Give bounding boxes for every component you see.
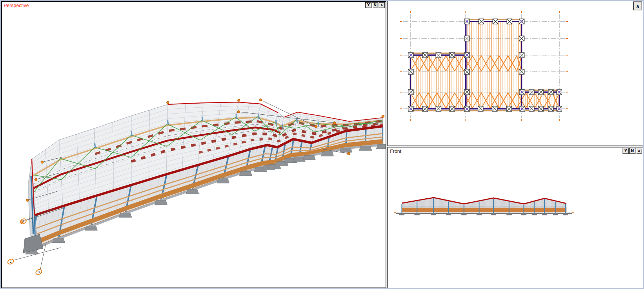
perspective-3d-model[interactable]: 21A — [2, 2, 386, 288]
viewport-front[interactable]: Front Y N ∧ — [387, 147, 643, 288]
viewport-title-perspective: Perspective — [4, 3, 29, 8]
axis-balloon-label: 1 — [10, 260, 11, 263]
axis-balloon-label: A — [37, 270, 40, 274]
viewport-perspective[interactable]: Perspective Y N ∧ 21A — [1, 1, 386, 288]
axis-balloon-label: 2 — [22, 219, 24, 223]
front-view-n-button[interactable]: N — [629, 148, 635, 154]
app-window: Perspective Y N ∧ 21A ∧ Front Y N ∧ — [0, 0, 644, 289]
viewport-plan[interactable]: ∧ — [387, 1, 643, 146]
plan-viewport-controls: ∧ — [633, 1, 642, 10]
perspective-view-up-button[interactable]: ∧ — [379, 2, 385, 8]
front-view-y-button[interactable]: Y — [623, 148, 629, 154]
perspective-view-y-button[interactable]: Y — [365, 2, 372, 8]
front-elevation-drawing[interactable] — [388, 148, 643, 288]
plan-view-up-button[interactable]: ∧ — [633, 1, 642, 10]
perspective-viewport-controls: Y N ∧ — [365, 2, 385, 8]
front-viewport-controls: Y N ∧ — [623, 148, 642, 154]
front-view-up-button[interactable]: ∧ — [636, 148, 642, 154]
perspective-view-n-button[interactable]: N — [372, 2, 378, 8]
viewport-title-front: Front — [390, 148, 401, 154]
plan-2d-drawing[interactable] — [388, 1, 643, 145]
